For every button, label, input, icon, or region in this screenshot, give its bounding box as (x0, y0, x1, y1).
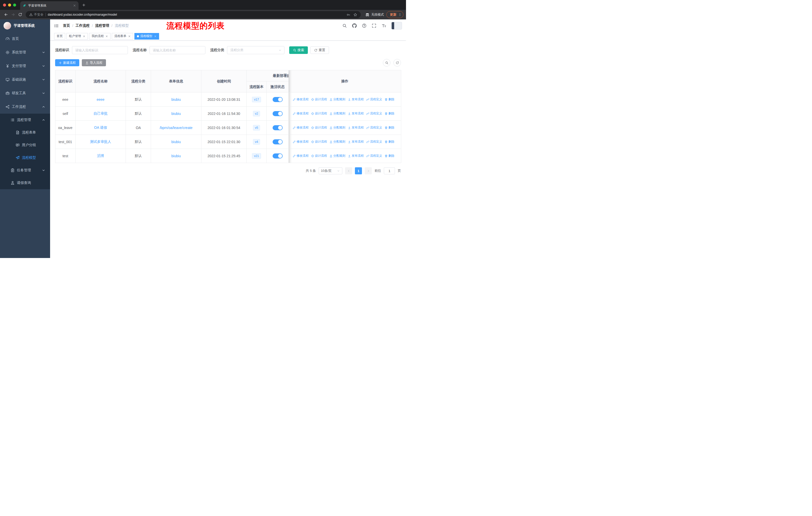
bookmark-star-icon[interactable] (353, 13, 357, 17)
tag-close-icon[interactable] (106, 35, 108, 37)
definition-action[interactable]: 流程定义 (366, 126, 382, 130)
process-id-input[interactable] (72, 46, 128, 54)
forward-button[interactable] (9, 11, 17, 18)
edit-action[interactable]: 修改流程 (293, 126, 309, 130)
process-name-link[interactable]: 测试多审批人 (90, 140, 111, 144)
sidebar-item-payment-mgmt[interactable]: 支付管理 (0, 59, 50, 73)
form-link[interactable]: biubiu (171, 154, 181, 158)
view-tag-1[interactable]: 租户管理 (66, 33, 88, 39)
definition-action[interactable]: 流程定义 (366, 154, 382, 158)
sidebar-item-process-mgmt[interactable]: 流程管理 (0, 114, 50, 126)
status-toggle[interactable] (272, 154, 283, 159)
sidebar-item-task-mgmt[interactable]: 任务管理 (0, 164, 50, 176)
breadcrumb-item-home[interactable]: 首页 (63, 23, 70, 28)
definition-action[interactable]: 流程定义 (366, 111, 382, 116)
delete-action[interactable]: 删除 (385, 154, 395, 158)
tab-close-icon[interactable] (73, 4, 76, 7)
search-icon[interactable] (342, 23, 347, 28)
process-name-link[interactable]: 滔博 (97, 154, 104, 158)
delete-action[interactable]: 删除 (385, 140, 395, 144)
breadcrumb-item-process-mgmt[interactable]: 流程管理 (95, 23, 109, 28)
publish-action[interactable]: 发布流程 (348, 111, 364, 116)
create-process-button[interactable]: 新建流程 (55, 59, 79, 66)
process-name-link[interactable]: eeee (97, 98, 105, 102)
goto-page-input[interactable] (384, 167, 395, 174)
form-link[interactable]: biubiu (171, 140, 181, 144)
form-link[interactable]: biubiu (171, 98, 181, 102)
sidebar-item-infrastructure[interactable]: 基础设施 (0, 73, 50, 86)
address-bar[interactable]: 不安全 dashboard.yudao.iocoder.cn/bpm/manag… (26, 11, 361, 18)
publish-action[interactable]: 发布流程 (348, 140, 364, 144)
prev-page-button[interactable] (345, 167, 352, 174)
current-page[interactable]: 1 (355, 167, 362, 174)
delete-action[interactable]: 删除 (385, 111, 395, 116)
refresh-table-button[interactable] (394, 59, 401, 66)
toggle-search-button[interactable] (383, 59, 390, 66)
tag-close-icon[interactable] (154, 35, 156, 37)
assign-action[interactable]: 分配规则 (329, 97, 345, 102)
sidebar-item-leave-query[interactable]: 请假查询 (0, 176, 50, 189)
status-toggle[interactable] (272, 111, 283, 116)
view-tag-3[interactable]: 流程表单 (112, 33, 133, 39)
edit-action[interactable]: 修改流程 (293, 140, 309, 144)
assign-action[interactable]: 分配规则 (329, 111, 345, 116)
user-avatar[interactable] (392, 22, 402, 29)
password-key-icon[interactable] (347, 13, 350, 17)
sidebar-item-process-form[interactable]: 流程表单 (0, 126, 50, 139)
design-action[interactable]: 设计流程 (311, 140, 327, 144)
sidebar-item-system-mgmt[interactable]: 系统管理 (0, 46, 50, 59)
form-link[interactable]: /bpm/oa/leave/create (160, 126, 193, 130)
design-action[interactable]: 设计流程 (311, 97, 327, 102)
tag-close-icon[interactable] (83, 35, 85, 37)
browser-update-button[interactable]: 更新 (386, 11, 404, 18)
sidebar-item-workflow[interactable]: 工作流程 (0, 100, 50, 114)
process-name-link[interactable]: 自己审批 (94, 111, 108, 115)
page-size-select[interactable]: 10条/页 (319, 167, 342, 174)
reset-button[interactable]: 重置 (310, 46, 329, 54)
edit-action[interactable]: 修改流程 (293, 154, 309, 158)
design-action[interactable]: 设计流程 (311, 126, 327, 130)
publish-action[interactable]: 发布流程 (348, 97, 364, 102)
publish-action[interactable]: 发布流程 (348, 126, 364, 130)
status-toggle[interactable] (272, 125, 283, 130)
github-icon[interactable] (352, 23, 357, 28)
reload-button[interactable] (17, 11, 24, 18)
definition-action[interactable]: 流程定义 (366, 140, 382, 144)
back-button[interactable] (2, 11, 9, 18)
process-name-input[interactable] (149, 46, 205, 54)
sidebar-logo[interactable]: 芋道管理系统 (0, 19, 50, 32)
publish-action[interactable]: 发布流程 (348, 154, 364, 158)
browser-menu-icon[interactable] (398, 13, 402, 17)
assign-action[interactable]: 分配规则 (329, 126, 345, 130)
form-link[interactable]: biubiu (171, 112, 181, 116)
view-tag-4[interactable]: 流程模型 (135, 33, 159, 39)
assign-action[interactable]: 分配规则 (329, 140, 345, 144)
view-tag-2[interactable]: 我的流程 (89, 33, 111, 39)
browser-tab[interactable]: 芋道管理系统 (20, 1, 79, 10)
view-tag-0[interactable]: 首页 (54, 33, 65, 39)
sidebar-item-process-model[interactable]: 流程模型 (0, 152, 50, 164)
process-name-link[interactable]: OA 请假 (94, 126, 107, 130)
sidebar-item-user-group[interactable]: 用户分组 (0, 139, 50, 152)
design-action[interactable]: 设计流程 (311, 154, 327, 158)
next-page-button[interactable] (365, 167, 372, 174)
breadcrumb-item-workflow[interactable]: 工作流程 (76, 23, 90, 28)
help-icon[interactable] (362, 23, 367, 28)
delete-action[interactable]: 删除 (385, 126, 395, 130)
status-toggle[interactable] (272, 97, 283, 102)
font-size-icon[interactable] (382, 23, 386, 28)
sidebar-item-home[interactable]: 首页 (0, 32, 50, 46)
search-button[interactable]: 搜索 (289, 46, 308, 54)
assign-action[interactable]: 分配规则 (329, 154, 345, 158)
sidebar-toggle-icon[interactable] (54, 23, 59, 28)
close-window-button[interactable] (3, 3, 6, 6)
status-toggle[interactable] (272, 139, 283, 144)
edit-action[interactable]: 修改流程 (293, 97, 309, 102)
fullscreen-window-button[interactable] (13, 3, 16, 6)
process-category-select[interactable]: 流程分类 (227, 46, 284, 54)
design-action[interactable]: 设计流程 (311, 111, 327, 116)
sidebar-item-dev-tools[interactable]: 研发工具 (0, 86, 50, 100)
edit-action[interactable]: 修改流程 (293, 111, 309, 116)
new-tab-button[interactable] (82, 3, 86, 7)
definition-action[interactable]: 流程定义 (366, 97, 382, 102)
